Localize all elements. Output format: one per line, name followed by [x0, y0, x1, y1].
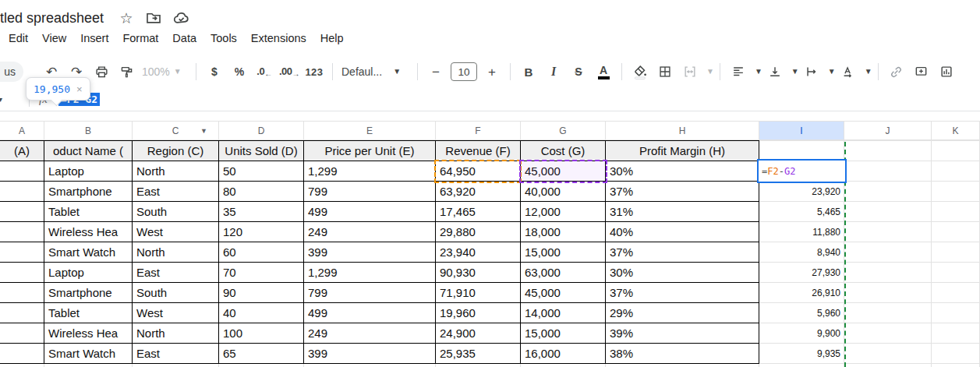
cell-partial[interactable] [759, 364, 844, 367]
cell-D3[interactable]: 80 [219, 182, 304, 202]
cell-H11[interactable]: 38% [606, 344, 759, 364]
format-currency-button[interactable]: $ [203, 61, 225, 83]
cell-G10[interactable]: 15,000 [521, 323, 606, 344]
cell-J5[interactable] [844, 222, 932, 242]
cell-C7[interactable]: East [133, 263, 219, 283]
cell-I7[interactable]: 27,930 [759, 263, 844, 283]
paint-format-button[interactable] [115, 61, 137, 83]
borders-button[interactable] [654, 61, 676, 83]
cell-K6[interactable] [932, 242, 980, 263]
cell-I1[interactable] [759, 140, 844, 161]
cell-K7[interactable] [932, 263, 980, 283]
cell-B11[interactable]: Smart Watch [44, 344, 133, 364]
cell-J6[interactable] [844, 242, 932, 263]
cell-B2[interactable]: Laptop [44, 161, 133, 182]
cell-K4[interactable] [932, 202, 980, 222]
cell-H9[interactable]: 29% [606, 303, 759, 323]
cell-A11[interactable] [0, 344, 44, 364]
cell-H6[interactable]: 37% [606, 242, 759, 263]
cell-D5[interactable]: 120 [219, 222, 304, 242]
cell-F8[interactable]: 71,910 [436, 283, 521, 303]
cell-D2[interactable]: 50 [219, 161, 304, 182]
cell-J9[interactable] [844, 303, 932, 323]
cell-E7[interactable]: 1,299 [304, 263, 436, 283]
fill-color-button[interactable] [629, 61, 651, 83]
cell-partial[interactable] [0, 364, 44, 367]
more-formats-button[interactable]: 123 [303, 61, 325, 83]
zoom-selector[interactable]: 100%▼ [142, 65, 187, 78]
menu-data[interactable]: Data [165, 30, 203, 47]
column-header-G[interactable]: G [521, 122, 606, 140]
cell-D11[interactable]: 65 [219, 344, 304, 364]
menu-insert[interactable]: Insert [73, 30, 115, 47]
cell-partial[interactable] [44, 364, 133, 367]
cell-J3[interactable] [844, 182, 932, 202]
editing-cell-I2[interactable]: =F2-G2 [757, 159, 847, 183]
cell-C2[interactable]: North [133, 161, 219, 182]
cell-partial[interactable] [219, 364, 304, 367]
cell-K11[interactable] [932, 344, 980, 364]
cell-B4[interactable]: Tablet [44, 202, 133, 222]
cell-G6[interactable]: 15,000 [521, 242, 606, 263]
insert-chart-button[interactable] [936, 61, 957, 83]
cell-G1[interactable]: Cost (G) [521, 140, 606, 161]
insert-comment-button[interactable] [911, 61, 932, 83]
cell-B3[interactable]: Smartphone [44, 182, 133, 202]
chevron-down-icon[interactable]: ▼ [791, 68, 799, 76]
cell-G2[interactable]: 45,000 [521, 161, 606, 182]
cell-J2[interactable] [844, 161, 932, 182]
cell-H10[interactable]: 39% [606, 323, 759, 344]
column-header-D[interactable]: D [219, 122, 304, 140]
cell-I3[interactable]: 23,920 [759, 182, 844, 202]
cell-E9[interactable]: 499 [304, 303, 436, 323]
cell-F5[interactable]: 29,880 [436, 222, 521, 242]
cell-H3[interactable]: 37% [606, 182, 759, 202]
cell-I6[interactable]: 8,940 [759, 242, 844, 263]
cell-F4[interactable]: 17,465 [436, 202, 521, 222]
column-header-C[interactable]: C▼ [133, 122, 219, 140]
cell-J7[interactable] [844, 263, 932, 283]
menu-view[interactable]: View [35, 30, 73, 47]
cell-I11[interactable]: 9,935 [759, 344, 844, 364]
cell-H7[interactable]: 30% [606, 263, 759, 283]
cell-H4[interactable]: 31% [606, 202, 759, 222]
menu-extensions[interactable]: Extensions [244, 30, 313, 47]
cell-E2[interactable]: 1,299 [304, 161, 436, 182]
cell-J8[interactable] [844, 283, 932, 303]
vertical-align-button[interactable] [764, 61, 786, 83]
print-button[interactable] [90, 61, 112, 83]
cell-K8[interactable] [932, 283, 980, 303]
cell-I4[interactable]: 5,465 [759, 202, 844, 222]
cell-D1[interactable]: Units Sold (D) [219, 140, 304, 161]
cell-H5[interactable]: 40% [606, 222, 759, 242]
menu-tools[interactable]: Tools [203, 30, 244, 47]
cell-E3[interactable]: 799 [304, 182, 436, 202]
cell-B10[interactable]: Wireless Hea [44, 323, 133, 344]
cell-K5[interactable] [932, 222, 980, 242]
cell-D9[interactable]: 40 [219, 303, 304, 323]
cell-H1[interactable]: Profit Margin (H) [606, 140, 759, 161]
font-family-selector[interactable]: Defaul...▼ [341, 65, 409, 78]
cell-K9[interactable] [932, 303, 980, 323]
text-rotation-button[interactable] [837, 61, 859, 83]
cell-G9[interactable]: 14,000 [521, 303, 606, 323]
cell-J11[interactable] [844, 344, 932, 364]
bold-button[interactable]: B [518, 61, 540, 83]
decrease-decimals-button[interactable]: .0← [253, 61, 275, 83]
column-dropdown-icon[interactable]: ▼ [200, 127, 207, 135]
cell-J1[interactable] [844, 140, 932, 161]
cell-B1[interactable]: oduct Name ( [44, 140, 133, 161]
cell-C6[interactable]: North [133, 242, 219, 263]
cell-F11[interactable]: 25,935 [436, 344, 521, 364]
column-header-I[interactable]: I [759, 122, 844, 140]
text-color-button[interactable]: A [593, 61, 614, 83]
format-percent-button[interactable]: % [228, 61, 250, 83]
cell-F9[interactable]: 19,960 [436, 303, 521, 323]
cloud-saved-icon[interactable] [171, 8, 191, 28]
column-header-J[interactable]: J [844, 122, 932, 140]
cell-I10[interactable]: 9,900 [759, 323, 844, 344]
column-header-A[interactable]: A [0, 122, 44, 140]
chevron-down-icon[interactable]: ▼ [755, 68, 762, 76]
insert-link-button[interactable] [886, 61, 907, 83]
cell-partial[interactable] [932, 364, 980, 367]
